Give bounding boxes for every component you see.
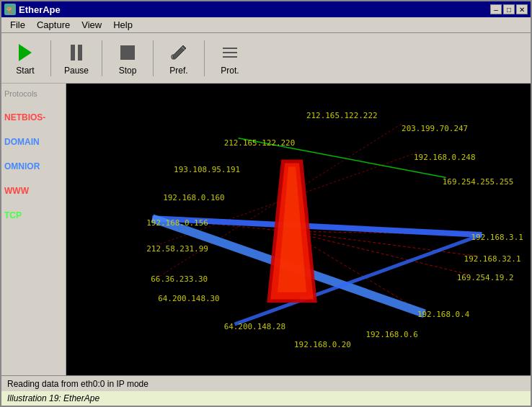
svg-text:192.168.0.248: 192.168.0.248 xyxy=(414,153,475,162)
window-title: EtherApe xyxy=(19,4,61,15)
svg-text:212.165.122.222: 212.165.122.222 xyxy=(306,111,378,120)
pause-icon xyxy=(65,41,88,64)
svg-text:192.168.0.160: 192.168.0.160 xyxy=(163,193,224,202)
start-icon xyxy=(14,41,37,64)
toolbar-separator-2 xyxy=(102,40,102,76)
network-canvas: 212.165.122.222 203.199.70.247 212.165.1… xyxy=(66,84,531,375)
menu-help[interactable]: Help xyxy=(107,18,138,32)
titlebar-left: 🐒 EtherApe xyxy=(4,4,61,15)
sidebar-item-netbios: NETBIOS- xyxy=(4,112,63,122)
menubar: File Capture View Help xyxy=(1,17,531,33)
pref-label: Pref. xyxy=(169,66,187,76)
svg-text:212.58.231.99: 212.58.231.99 xyxy=(146,244,208,254)
start-button[interactable]: Start xyxy=(7,38,43,79)
svg-text:66.36.233.30: 66.36.233.30 xyxy=(151,274,208,284)
pause-bar-right xyxy=(78,45,82,61)
titlebar: 🐒 EtherApe – □ ✕ xyxy=(1,1,531,17)
sidebar-item-omnior: OMNIOR xyxy=(4,161,63,171)
prot-icon xyxy=(218,41,241,64)
pref-icon xyxy=(167,41,190,64)
protocols-header: Protocols xyxy=(4,89,63,98)
svg-text:169.254.255.255: 169.254.255.255 xyxy=(443,177,514,187)
svg-text:192.168.0.4: 192.168.0.4 xyxy=(417,310,470,319)
toolbar-separator-4 xyxy=(204,40,205,76)
sidebar-item-domain: DOMAIN xyxy=(4,137,63,147)
pause-bar-left xyxy=(71,45,75,61)
svg-text:192.168.32.1: 192.168.32.1 xyxy=(464,254,521,264)
sidebar: Protocols NETBIOS- DOMAIN OMNIOR WWW TCP xyxy=(1,84,66,375)
toolbar-separator-3 xyxy=(153,40,154,76)
maximize-button[interactable]: □ xyxy=(503,4,515,14)
main-window: 🐒 EtherApe – □ ✕ File Capture View Help … xyxy=(0,0,532,407)
prot-label: Prot. xyxy=(221,66,239,76)
app-icon: 🐒 xyxy=(4,4,16,15)
caption: Illustration 19: EtherApe xyxy=(1,391,531,406)
caption-text: Illustration 19: EtherApe xyxy=(7,393,99,403)
stop-square xyxy=(120,45,135,60)
play-triangle xyxy=(19,44,32,61)
svg-text:192.168.0.20: 192.168.0.20 xyxy=(294,340,351,349)
stop-button[interactable]: Stop xyxy=(110,38,146,79)
pause-label: Pause xyxy=(64,66,89,76)
svg-text:64.200.148.28: 64.200.148.28 xyxy=(224,322,285,331)
pause-bars xyxy=(71,45,82,61)
main-area: Protocols NETBIOS- DOMAIN OMNIOR WWW TCP xyxy=(1,84,531,375)
sidebar-item-tcp: TCP xyxy=(4,210,63,220)
prot-button[interactable]: Prot. xyxy=(212,38,248,79)
menu-view[interactable]: View xyxy=(76,18,107,32)
sidebar-item-www: WWW xyxy=(4,186,63,196)
list-icon xyxy=(220,43,240,63)
stop-icon xyxy=(116,41,139,64)
svg-text:192.168.3.1: 192.168.3.1 xyxy=(471,233,523,242)
toolbar-separator-1 xyxy=(50,40,51,76)
start-label: Start xyxy=(16,66,34,76)
status-text: Reading data from eth0:0 in IP mode xyxy=(7,379,148,389)
minimize-button[interactable]: – xyxy=(490,4,502,14)
statusbar: Reading data from eth0:0 in IP mode xyxy=(1,375,531,391)
pref-button[interactable]: Pref. xyxy=(161,38,197,79)
svg-text:203.199.70.247: 203.199.70.247 xyxy=(402,124,468,133)
svg-text:169.254.19.2: 169.254.19.2 xyxy=(457,273,514,282)
svg-text:64.200.148.30: 64.200.148.30 xyxy=(158,294,219,303)
svg-text:212.165.122.220: 212.165.122.220 xyxy=(224,138,296,148)
svg-text:193.108.95.191: 193.108.95.191 xyxy=(174,165,240,174)
pause-button[interactable]: Pause xyxy=(58,38,94,79)
stop-label: Stop xyxy=(119,66,137,76)
svg-text:192.168.0.6: 192.168.0.6 xyxy=(365,330,417,339)
svg-text:192.168.0.156: 192.168.0.156 xyxy=(146,218,208,228)
menu-capture[interactable]: Capture xyxy=(31,18,76,32)
close-button[interactable]: ✕ xyxy=(516,4,528,14)
menu-file[interactable]: File xyxy=(4,18,31,32)
network-svg: 212.165.122.222 203.199.70.247 212.165.1… xyxy=(66,84,531,375)
titlebar-controls: – □ ✕ xyxy=(490,4,528,14)
toolbar: Start Pause Stop xyxy=(1,33,531,84)
wrench-icon xyxy=(169,43,189,63)
